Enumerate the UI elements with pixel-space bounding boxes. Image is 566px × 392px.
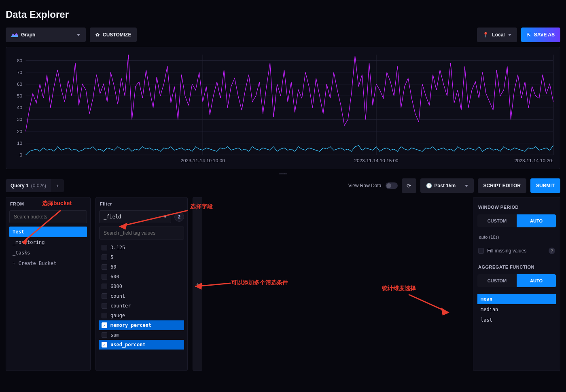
view-raw-data-label: View Raw Data [348,183,382,189]
bucket-item[interactable]: Test [9,227,87,237]
field-value-item[interactable]: sum [99,330,184,340]
fill-missing-checkbox[interactable] [478,248,484,254]
svg-text:2023-11-14 10:15:00: 2023-11-14 10:15:00 [354,158,398,163]
svg-text:60: 60 [17,82,22,87]
svg-text:80: 80 [17,58,22,63]
window-period-title: WINDOW PERIOD [477,201,556,211]
window-period-mode: CUSTOM AUTO [477,214,556,227]
field-value-item[interactable]: 5 [99,252,184,262]
filter-header: Filter [96,197,187,210]
timezone-dropdown[interactable]: 📍 Local [477,28,517,42]
aggregate-function-list: meanmedianlast [477,294,556,325]
refresh-icon: ⟳ [407,183,411,189]
field-value-item[interactable]: ✓memory_percent [99,320,184,330]
submit-button[interactable]: SUBMIT [530,178,560,193]
bucket-list: Test_monitoring_tasks+ Create Bucket [9,227,87,367]
field-value-item[interactable]: 60 [99,262,184,272]
clock-icon: 🕐 [426,183,432,189]
query-tab-1[interactable]: Query 1 (0.02s) [6,179,51,192]
chevron-down-icon [508,34,511,36]
aggregate-custom-button[interactable]: CUSTOM [477,274,517,287]
bucket-item[interactable]: _tasks [9,248,87,258]
checkbox-icon: ✓ [102,322,107,328]
checkbox-icon [102,293,107,299]
svg-text:10: 10 [17,141,22,146]
search-buckets-input[interactable] [9,210,87,223]
svg-text:70: 70 [17,70,22,75]
field-value-list: 3.1255606006000countcountergauge✓memory_… [99,243,184,367]
checkbox-icon [102,274,107,280]
svg-text:30: 30 [17,117,22,122]
checkbox-icon [102,254,107,260]
checkbox-icon [102,332,107,338]
from-panel: FROM Test_monitoring_tasks+ Create Bucke… [6,197,91,371]
field-value-item[interactable]: 3.125 [99,243,184,252]
save-as-button[interactable]: ⇱ SAVE AS [521,28,560,42]
aggregate-function-item[interactable]: median [477,304,556,315]
chart-panel: 01020304050607080 2023-11-14 10:10:00202… [6,47,560,169]
field-value-item[interactable]: counter [99,301,184,311]
query-tab-bar: Query 1 (0.02s) + View Raw Data ⟳ 🕐 Past… [0,178,566,197]
from-header: FROM [6,197,90,210]
help-icon[interactable]: ? [549,248,555,254]
field-value-item[interactable]: gauge [99,311,184,320]
svg-text:2023-11-14 10:20:: 2023-11-14 10:20: [514,158,553,163]
filter-count-badge: 2 [174,212,184,222]
aggregate-function-item[interactable]: mean [477,294,556,304]
pin-icon: 📍 [483,32,489,38]
chart-icon [11,32,18,37]
line-chart[interactable]: 01020304050607080 2023-11-14 10:10:00202… [10,51,556,165]
search-field-values-input[interactable] [99,227,184,239]
export-icon: ⇱ [527,32,531,38]
page-title: Data Explorer [0,0,566,28]
svg-text:2023-11-14 10:10:00: 2023-11-14 10:10:00 [181,158,225,163]
resize-handle[interactable]: ═══ [0,169,566,178]
refresh-button[interactable]: ⟳ [402,178,416,193]
bucket-item[interactable]: _monitoring [9,237,87,248]
svg-text:0: 0 [19,153,22,157]
field-value-item[interactable]: 6000 [99,282,184,291]
create-bucket-button[interactable]: + Create Bucket [9,258,87,269]
time-range-dropdown[interactable]: 🕐 Past 15m [420,178,474,193]
chevron-down-icon [163,216,167,218]
toolbar: Graph ✿ CUSTOMIZE 📍 Local ⇱ SAVE AS [0,28,566,47]
checkbox-icon [102,284,107,289]
window-custom-button[interactable]: CUSTOM [477,214,517,227]
visualization-type-dropdown[interactable]: Graph [6,28,86,42]
aggregate-function-item[interactable]: last [477,315,556,325]
svg-text:20: 20 [17,129,22,134]
window-auto-note: auto (10s) [477,231,556,244]
chevron-down-icon [465,185,468,187]
svg-text:40: 40 [17,106,22,110]
customize-button[interactable]: ✿ CUSTOMIZE [90,28,137,42]
filter-tag-key-dropdown[interactable]: _field [99,210,171,223]
aggregate-title: AGGREGATE FUNCTION [477,261,556,271]
checkbox-icon [102,245,107,250]
window-auto-button[interactable]: AUTO [517,214,556,227]
checkbox-icon [102,303,107,309]
svg-text:50: 50 [17,93,22,98]
fill-missing-label: Fill missing values [487,248,526,254]
aggregate-mode: CUSTOM AUTO [477,274,556,287]
checkbox-icon [102,264,107,270]
field-value-item[interactable]: 600 [99,272,184,282]
chevron-down-icon [77,34,80,36]
filter-panel: Filter _field 2 3.1255606006000countcoun… [95,197,188,371]
add-filter-button[interactable]: + [193,197,202,371]
field-value-item[interactable]: count [99,291,184,301]
view-raw-data-toggle[interactable] [386,182,398,189]
script-editor-button[interactable]: SCRIPT EDITOR [478,178,526,193]
vis-type-label: Graph [21,32,35,38]
aggregate-auto-button[interactable]: AUTO [517,274,556,287]
add-query-button[interactable]: + [51,179,64,192]
query-builder: FROM Test_monitoring_tasks+ Create Bucke… [0,197,566,371]
checkbox-icon: ✓ [102,342,107,348]
checkbox-icon [102,313,107,318]
field-value-item[interactable]: ✓used_percent [99,340,184,350]
functions-panel: WINDOW PERIOD CUSTOM AUTO auto (10s) Fil… [473,197,560,371]
gear-icon: ✿ [95,32,100,38]
